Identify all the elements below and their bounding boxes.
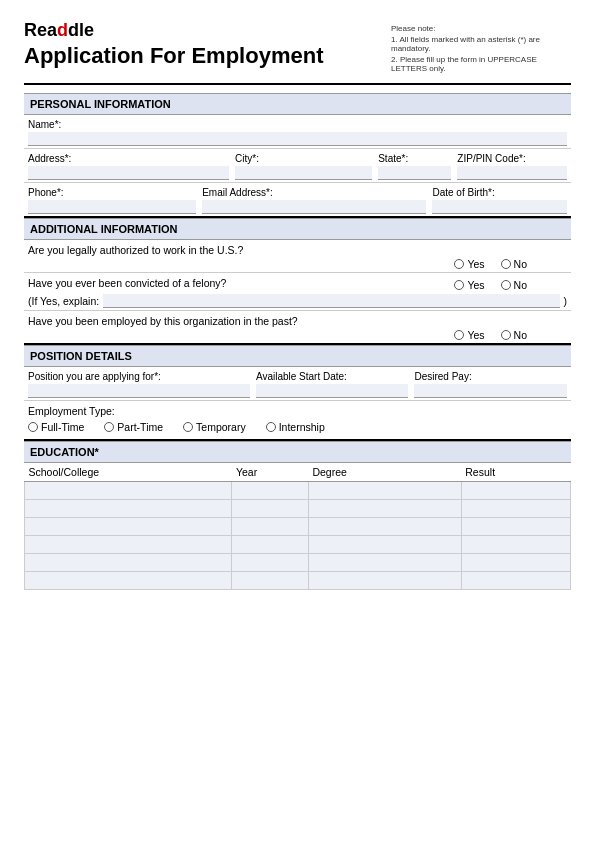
edu-degree-2[interactable]	[308, 500, 461, 518]
name-row: Name*:	[24, 115, 571, 149]
edu-school-6[interactable]	[25, 572, 232, 590]
edu-col-degree: Degree	[308, 463, 461, 482]
q3-yes-option[interactable]: Yes	[454, 329, 484, 341]
edu-result-1[interactable]	[461, 482, 570, 500]
phone-email-row: Phone*: Email Address*: Date of Birth*:	[24, 183, 571, 218]
q3-no-radio[interactable]	[501, 330, 511, 340]
parttime-option[interactable]: Part-Time	[104, 421, 163, 433]
desired-pay-label: Desired Pay:	[414, 371, 567, 382]
edu-year-2[interactable]	[232, 500, 308, 518]
edu-col-result: Result	[461, 463, 570, 482]
state-input[interactable]	[378, 166, 451, 180]
name-label: Name*:	[28, 119, 567, 130]
position-input[interactable]	[28, 384, 250, 398]
temporary-option[interactable]: Temporary	[183, 421, 246, 433]
q1-no-label: No	[514, 258, 527, 270]
q1-yes-option[interactable]: Yes	[454, 258, 484, 270]
q3-yes-radio[interactable]	[454, 330, 464, 340]
edu-school-1[interactable]	[25, 482, 232, 500]
name-field: Name*:	[28, 119, 567, 146]
edu-result-6[interactable]	[461, 572, 570, 590]
table-row	[25, 482, 571, 500]
phone-field: Phone*:	[28, 187, 196, 214]
temporary-label: Temporary	[196, 421, 246, 433]
personal-info-header: PERSONAL INFORMATION	[24, 93, 571, 115]
felony-explain-input[interactable]	[103, 294, 559, 308]
q3-no-label: No	[514, 329, 527, 341]
edu-col-school: School/College	[25, 463, 232, 482]
position-details-header: POSITION DETAILS	[24, 345, 571, 367]
state-field: State*:	[378, 153, 451, 180]
q2-yes-radio[interactable]	[454, 280, 464, 290]
edu-result-2[interactable]	[461, 500, 570, 518]
header-left: Readdle Application For Employment	[24, 20, 391, 69]
start-date-input[interactable]	[256, 384, 409, 398]
edu-school-5[interactable]	[25, 554, 232, 572]
fulltime-option[interactable]: Full-Time	[28, 421, 84, 433]
name-input[interactable]	[28, 132, 567, 146]
edu-degree-3[interactable]	[308, 518, 461, 536]
internship-option[interactable]: Internship	[266, 421, 325, 433]
q2-no-radio[interactable]	[501, 280, 511, 290]
employment-type-options: Full-Time Part-Time Temporary Internship	[28, 421, 567, 433]
q3-text: Have you been employed by this organizat…	[28, 315, 567, 327]
q3-radio-group: Yes No	[28, 329, 567, 341]
table-row	[25, 572, 571, 590]
address-input[interactable]	[28, 166, 229, 180]
note-1: 1. All fields marked with an asterisk (*…	[391, 35, 571, 53]
desired-pay-field: Desired Pay:	[414, 371, 567, 398]
phone-input[interactable]	[28, 200, 196, 214]
education-header: EDUCATION*	[24, 441, 571, 463]
dob-label: Date of Birth*:	[432, 187, 567, 198]
app-title: Application For Employment	[24, 43, 391, 69]
q1-text: Are you legally authorized to work in th…	[28, 244, 567, 256]
parttime-radio[interactable]	[104, 422, 114, 432]
q2-yes-option[interactable]: Yes	[454, 279, 484, 291]
edu-year-1[interactable]	[232, 482, 308, 500]
fulltime-label: Full-Time	[41, 421, 84, 433]
edu-school-3[interactable]	[25, 518, 232, 536]
edu-degree-6[interactable]	[308, 572, 461, 590]
dob-input[interactable]	[432, 200, 567, 214]
q1-no-option[interactable]: No	[501, 258, 527, 270]
edu-year-6[interactable]	[232, 572, 308, 590]
city-input[interactable]	[235, 166, 372, 180]
email-input[interactable]	[202, 200, 426, 214]
edu-school-4[interactable]	[25, 536, 232, 554]
q2-no-option[interactable]: No	[501, 279, 527, 291]
position-label: Position you are applying for*:	[28, 371, 250, 382]
felony-explain-row: (If Yes, explain: )	[28, 294, 567, 308]
temporary-radio[interactable]	[183, 422, 193, 432]
edu-degree-4[interactable]	[308, 536, 461, 554]
q3-no-option[interactable]: No	[501, 329, 527, 341]
edu-degree-5[interactable]	[308, 554, 461, 572]
q1-radio-group: Yes No	[28, 258, 567, 270]
zip-input[interactable]	[457, 166, 567, 180]
city-label: City*:	[235, 153, 372, 164]
desired-pay-input[interactable]	[414, 384, 567, 398]
additional-info-header: ADDITIONAL INFORMATION	[24, 218, 571, 240]
edu-result-5[interactable]	[461, 554, 570, 572]
edu-school-2[interactable]	[25, 500, 232, 518]
address-field: Address*:	[28, 153, 229, 180]
note-2: 2. Please fill up the form in UPPERCASE …	[391, 55, 571, 73]
header-notes: Please note: 1. All fields marked with a…	[391, 20, 571, 75]
q2-text: Have you ever been convicted of a felony…	[28, 277, 226, 289]
edu-result-4[interactable]	[461, 536, 570, 554]
q1-no-radio[interactable]	[501, 259, 511, 269]
personal-info-section: PERSONAL INFORMATION Name*: Address*: Ci…	[24, 93, 571, 218]
q2-radio-group: Yes No	[454, 279, 567, 291]
q1-yes-radio[interactable]	[454, 259, 464, 269]
phone-label: Phone*:	[28, 187, 196, 198]
edu-year-5[interactable]	[232, 554, 308, 572]
zip-label: ZIP/PIN Code*:	[457, 153, 567, 164]
edu-result-3[interactable]	[461, 518, 570, 536]
header: Readdle Application For Employment Pleas…	[24, 20, 571, 85]
state-label: State*:	[378, 153, 451, 164]
education-section: EDUCATION* School/College Year Degree Re…	[24, 441, 571, 590]
internship-radio[interactable]	[266, 422, 276, 432]
fulltime-radio[interactable]	[28, 422, 38, 432]
edu-year-3[interactable]	[232, 518, 308, 536]
edu-degree-1[interactable]	[308, 482, 461, 500]
edu-year-4[interactable]	[232, 536, 308, 554]
